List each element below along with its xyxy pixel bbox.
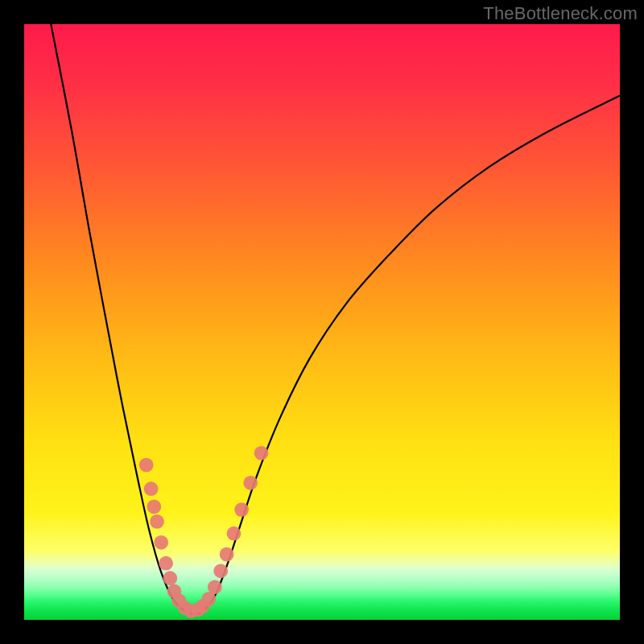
- sample-dot: [154, 535, 168, 550]
- chart-frame: TheBottleneck.com: [0, 0, 644, 644]
- sample-dot: [139, 458, 154, 473]
- sample-dot: [213, 564, 228, 578]
- plot-area: [24, 24, 620, 620]
- sample-dot: [227, 526, 242, 541]
- sample-dot: [147, 500, 161, 514]
- sample-dot: [163, 571, 177, 585]
- sample-dot: [208, 580, 222, 594]
- sample-dot: [234, 502, 249, 517]
- sample-dot: [243, 476, 258, 490]
- sample-dot: [220, 547, 234, 562]
- gradient-background: [24, 24, 620, 620]
- watermark-text: TheBottleneck.com: [483, 3, 638, 24]
- sample-dot: [144, 481, 159, 496]
- sample-dot: [254, 446, 269, 460]
- sample-dot: [150, 514, 164, 529]
- sample-dot: [159, 556, 173, 571]
- chart-svg: [24, 24, 620, 620]
